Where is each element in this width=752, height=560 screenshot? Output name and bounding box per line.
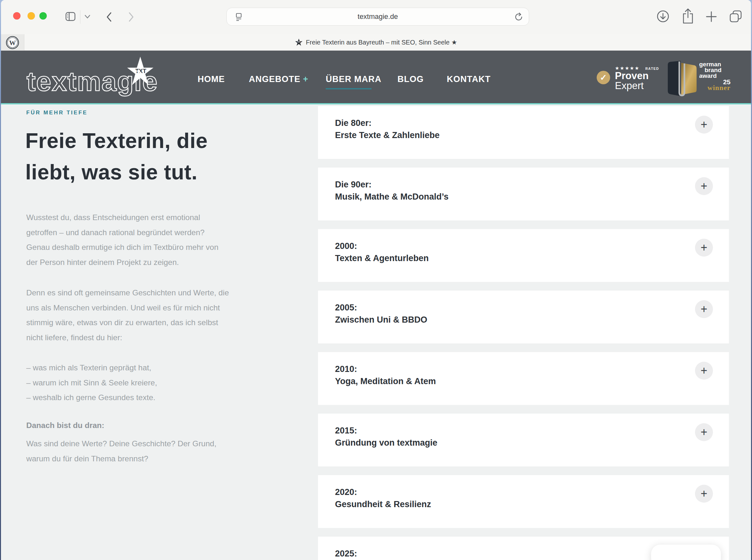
forward-button[interactable] [128,12,134,22]
accordion-year: 2005: [335,291,729,314]
accordion-year: 2015: [335,414,729,437]
accordion-year: 2010: [335,352,729,375]
reload-icon[interactable] [514,12,524,22]
accordion-item-2005[interactable]: 2005: Zwischen Uni & BBDO + [318,291,729,343]
minimize-window-button[interactable] [27,12,35,20]
nav-item-ueber-mara[interactable]: ÜBER MARA [326,74,382,84]
page-content: FÜR MEHR TIEFE Freie Texterin, die liebt… [1,106,751,560]
close-window-button[interactable] [13,12,20,20]
nav-item-blog[interactable]: BLOG [398,74,424,84]
accordion-title: Gesundheit & Resilienz [335,498,729,511]
accordion-title: Zwischen Uni & BBDO [335,314,729,326]
accordion-year: Die 90er: [335,167,729,191]
expand-button[interactable]: + [695,239,713,257]
expand-button[interactable]: + [695,116,713,134]
values-list: – was mich als Texterin geprägt hat, – w… [26,360,157,405]
accordion-year: Die 80er: [335,106,729,129]
section-kicker: FÜR MEHR TIEFE [26,109,88,116]
expand-button[interactable]: + [695,300,713,318]
accordion-title: Erste Texte & Zahlenliebe [335,129,729,141]
nav-item-home[interactable]: HOME [198,74,225,84]
accordion-item-2015[interactable]: 2015: Gründung von textmagie + [318,414,729,466]
list-item: – weshalb ich gerne Gesundes texte. [26,390,157,405]
list-item: – warum ich mit Sinn & Seele kreiere, [26,376,157,391]
expand-button[interactable]: + [695,362,713,380]
nav-item-kontakt[interactable]: KONTAKT [447,74,491,84]
url-text[interactable]: textmagie.de [227,8,529,25]
timeline-accordion: Die 80er: Erste Texte & Zahlenliebe + Di… [318,106,729,560]
accordion-year: 2020: [335,475,729,498]
provenexpert-check-icon: ✓ [597,71,610,84]
accordion-item-2010[interactable]: 2010: Yoga, Meditation & Atem + [318,352,729,405]
nav-angebote-plus: + [303,74,308,84]
tab-title-text: Freie Texterin aus Bayreuth – mit SEO, S… [306,38,457,46]
back-button[interactable] [106,12,112,22]
svg-text:TXT: TXT [297,41,300,43]
accordion-title: Yoga, Meditation & Atem [335,375,729,387]
expand-button[interactable]: + [695,423,713,441]
german-brand-award-logo-icon [667,60,698,97]
accordion-title: Gründung von textmagie [335,437,729,449]
provenexpert-word2: Expert [615,80,644,92]
tab-overview-icon[interactable] [729,9,743,23]
closing-paragraph: Was sind deine Werte? Deine Geschichte? … [26,436,250,466]
accordion-title: Musik, Mathe & McDonald’s [335,191,729,203]
browser-toolbar: textmagie.de [1,0,751,34]
accordion-item-2020[interactable]: 2020: Gesundheit & Resilienz + [318,475,729,528]
accordion-title: Texten & Agenturleben [335,252,729,264]
toolbar-divider [80,10,80,24]
german-brand-award-text: german brand award 25 winner [699,61,731,91]
accordion-item-80er[interactable]: Die 80er: Erste Texte & Zahlenliebe + [318,106,729,159]
zoom-window-button[interactable] [39,12,47,20]
expand-button[interactable]: + [695,177,713,195]
downloads-icon[interactable] [656,9,670,23]
emphasis-line: Danach bist du dran: [26,421,104,430]
accordion-item-90er[interactable]: Die 90er: Musik, Mathe & McDonald’s + [318,167,729,220]
active-tab[interactable]: TXT Freie Texterin aus Bayreuth – mit SE… [1,34,751,50]
expand-button[interactable]: + [695,485,713,503]
site-favicon-star-icon: TXT [295,38,303,46]
chevron-down-icon[interactable] [84,15,90,19]
list-item: – was mich als Texterin geprägt hat, [26,360,157,376]
nav-item-angebote[interactable]: ANGEBOTE+ [249,74,308,84]
browser-window: textmagie.de [1,0,751,560]
gba-winner-label: winner [699,85,731,91]
intro-paragraph-2: Denn es sind oft gemeinsame Geschichten … [26,285,250,345]
share-icon[interactable] [681,8,695,25]
site-header: TXT textmagie HOME ANGEBOTE+ ÜBER MARA B… [1,51,751,104]
sidebar-toggle-icon[interactable] [65,12,76,21]
address-bar[interactable]: textmagie.de [226,8,529,26]
page-title: Freie Texterin, die liebt, was sie tut. [25,125,249,188]
intro-paragraph-1: Wusstest du, dass Entscheidungen erst em… [26,210,250,270]
floating-widget[interactable] [651,545,721,560]
accordion-item-2000[interactable]: 2000: Texten & Agenturleben + [318,229,729,282]
new-tab-icon[interactable] [705,11,717,23]
active-nav-underline [326,88,371,89]
tab-bar: W TXT Freie Texterin aus Bayreuth – mit … [1,34,751,51]
site-logo[interactable]: textmagie [26,66,158,97]
accordion-year: 2000: [335,229,729,252]
